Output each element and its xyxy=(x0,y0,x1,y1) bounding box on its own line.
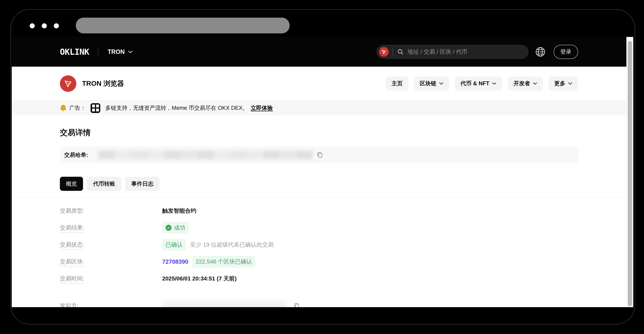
chain-selector-label: TRON xyxy=(108,48,125,55)
initiator-redacted-address xyxy=(162,300,286,307)
oklink-logo[interactable]: OKLINK xyxy=(60,47,89,57)
tab-token-transfers[interactable]: 代币转账 xyxy=(87,177,121,191)
main-nav: 主页 区块链 代币 & NFT 开发者 xyxy=(386,77,578,91)
tx-status-badge: 已确认 xyxy=(162,239,186,251)
window-close-dot[interactable] xyxy=(30,23,35,28)
scrollbar-thumb[interactable] xyxy=(628,41,632,306)
chevron-down-icon xyxy=(533,82,537,85)
tx-hash-bar: 交易哈希: xyxy=(60,147,578,163)
nav-more[interactable]: 更多 xyxy=(548,77,578,91)
success-check-icon xyxy=(166,225,172,231)
section-divider xyxy=(12,197,626,197)
address-bar[interactable] xyxy=(76,18,290,34)
page-viewport: OKLINK TRON xyxy=(12,37,633,307)
login-button[interactable]: 登录 xyxy=(554,45,578,59)
row-tx-time: 交易时间: 2025/06/01 20:34:51 (7 天前) xyxy=(60,270,626,287)
nav-home[interactable]: 主页 xyxy=(386,77,408,91)
oklink-topbar: OKLINK TRON xyxy=(12,37,626,67)
tx-time-label: 交易时间: xyxy=(60,275,162,282)
chevron-down-icon xyxy=(492,82,496,85)
nav-tokens-nft[interactable]: 代币 & NFT xyxy=(455,77,502,91)
transaction-detail-page: 交易详情 交易哈希: 概览 代 xyxy=(12,115,626,307)
ad-banner: 广告： 多链支持，无缝资产流转，Meme 币交易尽在 OKX DEX。 立即体验 xyxy=(12,101,626,115)
search-icon xyxy=(397,49,404,55)
explorer-header: TRON 浏览器 主页 区块链 代币 & NFT xyxy=(12,67,626,101)
tx-block-label: 交易区块: xyxy=(60,258,162,265)
page-title: 交易详情 xyxy=(60,115,578,138)
nav-developers[interactable]: 开发者 xyxy=(508,77,543,91)
topbar-divider xyxy=(98,48,98,56)
page-scrollbar[interactable] xyxy=(626,37,633,307)
tx-hash-label: 交易哈希: xyxy=(64,151,94,159)
traffic-lights xyxy=(30,23,59,28)
bell-icon xyxy=(60,104,66,112)
browser-chrome xyxy=(11,10,635,37)
tx-type-label: 交易类型: xyxy=(60,207,162,215)
copy-initiator-button[interactable] xyxy=(293,302,300,307)
chain-selector[interactable]: TRON xyxy=(108,48,133,55)
window-maximize-dot[interactable] xyxy=(54,23,59,28)
tab-overview[interactable]: 概览 xyxy=(60,177,83,191)
row-initiator: 发起方: xyxy=(60,297,626,307)
tron-logo[interactable] xyxy=(60,75,76,92)
tx-result-badge: 成功 xyxy=(162,222,189,234)
browser-window: OKLINK TRON xyxy=(10,9,635,324)
chevron-down-icon xyxy=(439,82,444,85)
okx-logo xyxy=(90,103,100,113)
block-number-link[interactable]: 72708390 xyxy=(162,258,188,265)
block-confirmations-badge: 222,546 个区块已确认 xyxy=(192,256,256,267)
tron-chain-icon xyxy=(379,47,389,57)
chevron-down-icon xyxy=(128,50,133,54)
ad-message: 多链支持，无缝资产流转，Meme 币交易尽在 OKX DEX。 xyxy=(105,104,248,112)
tx-result-value: 成功 xyxy=(174,224,185,232)
search-placeholder: 地址 / 交易 / 区块 / 代币 xyxy=(408,48,468,56)
tx-status-note: 至少 19 位超级代表已确认此交易 xyxy=(190,241,274,249)
chevron-down-icon xyxy=(568,82,572,85)
copy-icon xyxy=(316,151,324,159)
search-divider xyxy=(392,48,393,55)
language-globe-icon[interactable] xyxy=(535,47,546,57)
ad-cta-link[interactable]: 立即体验 xyxy=(251,104,273,112)
explorer-title: TRON 浏览器 xyxy=(82,79,124,88)
initiator-label: 发起方: xyxy=(60,302,162,307)
tab-event-logs[interactable]: 事件日志 xyxy=(125,177,160,191)
search-input[interactable]: 地址 / 交易 / 区块 / 代币 xyxy=(376,45,528,59)
tx-type-value: 触发智能合约 xyxy=(162,207,196,215)
nav-blockchain[interactable]: 区块链 xyxy=(414,77,449,91)
tx-hash-redacted-value xyxy=(98,151,313,159)
window-minimize-dot[interactable] xyxy=(42,23,47,28)
copy-hash-button[interactable] xyxy=(316,151,324,159)
tx-time-value: 2025/06/01 20:34:51 (7 天前) xyxy=(162,275,237,282)
row-tx-result: 交易结果: 成功 xyxy=(60,219,626,236)
row-tx-type: 交易类型: 触发智能合约 xyxy=(60,202,626,219)
copy-icon xyxy=(293,302,300,307)
row-tx-status: 交易状态: 已确认 至少 19 位超级代表已确认此交易 xyxy=(60,236,626,253)
tx-status-label: 交易状态: xyxy=(60,241,162,249)
detail-tabs: 概览 代币转账 事件日志 xyxy=(60,177,578,191)
tx-result-label: 交易结果: xyxy=(60,224,162,232)
row-tx-block: 交易区块: 72708390 222,546 个区块已确认 xyxy=(60,253,626,270)
ad-label: 广告： xyxy=(69,104,86,112)
